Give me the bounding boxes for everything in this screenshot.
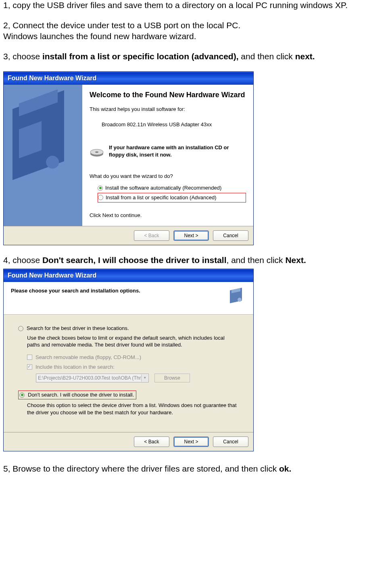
step-2-line-1: 2, Connect the device under test to a US… [3, 20, 389, 31]
wizard-search-options: Found New Hardware Wizard Please choose … [3, 269, 254, 451]
path-value: E:\Projects\B29-U72H003.00\Test tool\OBA… [38, 375, 146, 381]
radio-label-dont-search: Don't search. I will choose the driver t… [28, 392, 134, 398]
back-button: < Back [134, 230, 169, 241]
device-name: Broadcom 802.11n Wireless USB Adapter 43… [90, 121, 246, 128]
step-4-bold-2: Next. [285, 255, 306, 265]
search-help-text: Use the check boxes below to limit or ex… [18, 334, 239, 349]
step-4-pre: 4, choose [3, 255, 42, 265]
step-3-text: 3, choose install from a list or specifi… [3, 51, 389, 62]
step-3-bold-2: next. [295, 52, 315, 61]
radio-option-auto[interactable]: Install the software automatically (Reco… [98, 184, 246, 192]
checkbox-removable-media: Search removable media (floppy, CD-ROM..… [18, 354, 239, 361]
radio-option-search[interactable]: Search for the best driver in these loca… [18, 325, 239, 332]
wizard2-body: Search for the best driver in these loca… [4, 315, 253, 432]
wizard-heading: Welcome to the Found New Hardware Wizard [90, 90, 246, 100]
dont-search-help-text: Choose this option to select the device … [18, 402, 239, 416]
hardware-small-icon [227, 288, 246, 306]
next-button[interactable]: Next > [173, 230, 209, 241]
radio-label-advanced: Install from a list or specific location… [106, 194, 217, 201]
wizard-intro: This wizard helps you install software f… [90, 106, 246, 113]
cancel-button[interactable]: Cancel [213, 230, 248, 241]
cd-icon [90, 144, 104, 159]
radio-label-search: Search for the best driver in these loca… [27, 325, 129, 332]
wizard2-heading: Please choose your search and installati… [11, 288, 140, 294]
step-4-mid: , and then click [227, 255, 286, 265]
path-dropdown: E:\Projects\B29-U72H003.00\Test tool\OBA… [36, 374, 149, 382]
checkbox-label-media: Search removable media (floppy, CD-ROM..… [35, 354, 141, 361]
step-4-text: 4, choose Don't search, I will choose th… [3, 255, 389, 265]
step-2-text: 2, Connect the device under test to a US… [3, 20, 389, 42]
wizard-content: Welcome to the Found New Hardware Wizard… [82, 85, 253, 226]
next-button[interactable]: Next > [173, 436, 209, 447]
click-next-text: Click Next to continue. [90, 212, 246, 219]
svg-point-4 [46, 156, 59, 169]
cd-instruction: If your hardware came with an installati… [109, 144, 246, 158]
checkbox-include-location: Include this location in the search: [18, 364, 239, 370]
wizard-welcome: Found New Hardware Wizard Welcome to the… [3, 71, 254, 245]
step-4-bold-1: Don't search, I will choose the driver t… [42, 255, 227, 265]
wizard-button-row: < Back Next > Cancel [4, 226, 253, 245]
hardware-icon [4, 85, 82, 226]
cancel-button[interactable]: Cancel [213, 436, 248, 447]
checkbox-icon [27, 364, 32, 370]
step-1-paragraph: 1, copy the USB driver files and save th… [3, 0, 389, 10]
step-5-bold: ok. [279, 464, 291, 473]
back-button[interactable]: < Back [134, 436, 169, 447]
checkbox-label-include: Include this location in the search: [35, 364, 115, 370]
wizard-question: What do you want the wizard to do? [90, 173, 246, 180]
radio-icon [98, 186, 103, 191]
radio-icon [18, 326, 23, 331]
svg-point-7 [95, 151, 98, 153]
step-1-text: 1, copy the USB driver files and save th… [3, 0, 389, 10]
radio-icon [98, 195, 103, 200]
radio-option-dont-search[interactable]: Don't search. I will choose the driver t… [18, 390, 136, 399]
checkbox-icon [27, 355, 32, 360]
wizard-sidebar-graphic [4, 85, 82, 226]
radio-option-advanced[interactable]: Install from a list or specific location… [98, 193, 246, 203]
wizard-titlebar: Found New Hardware Wizard [4, 72, 253, 85]
step-2-line-2: Windows launches the found new hardware … [3, 31, 389, 42]
browse-button: Browse [154, 374, 190, 382]
step-5-text: 5, Browse to the directory where the dri… [3, 464, 389, 474]
radio-icon [19, 393, 25, 398]
wizard2-header: Please choose your search and installati… [4, 282, 253, 315]
radio-group: Install the software automatically (Reco… [90, 184, 246, 203]
step-3-pre: 3, choose [3, 52, 42, 61]
step-3-bold-1: install from a list or specific location… [42, 52, 239, 61]
wizard-titlebar: Found New Hardware Wizard [4, 269, 253, 282]
step-3-mid: and then click [239, 52, 295, 61]
wizard-button-row: < Back Next > Cancel [4, 432, 253, 451]
dropdown-arrow-icon: ▾ [141, 374, 148, 382]
svg-point-10 [238, 298, 242, 302]
radio-label-auto: Install the software automatically (Reco… [105, 185, 221, 191]
path-row: E:\Projects\B29-U72H003.00\Test tool\OBA… [18, 374, 239, 382]
step-5-pre: 5, Browse to the directory where the dri… [3, 464, 279, 473]
